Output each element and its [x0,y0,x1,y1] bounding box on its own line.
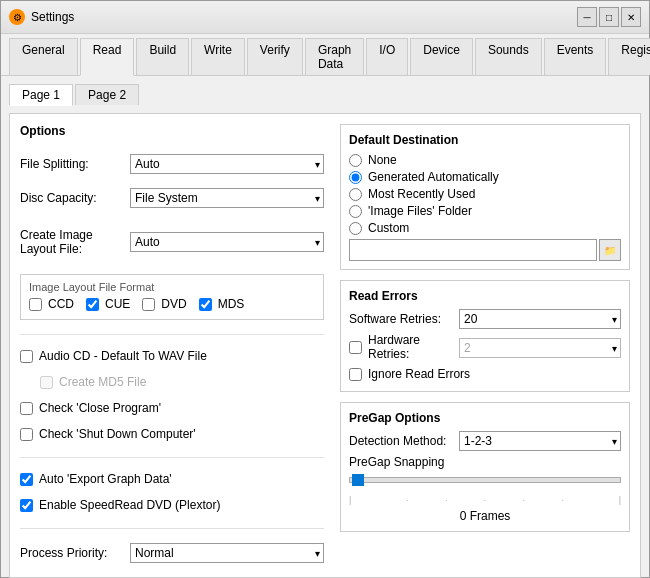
speedread-checkbox[interactable] [20,499,33,512]
tab-registry[interactable]: Registry [608,38,650,75]
tab-build[interactable]: Build [136,38,189,75]
ignore-errors-checkbox[interactable] [349,368,362,381]
hardware-retries-label[interactable]: Hardware Retries: [349,333,459,361]
file-splitting-row: File Splitting: Auto [20,154,324,174]
custom-path-row: 📁 [349,239,621,261]
divider-1 [20,334,324,335]
minimize-button[interactable]: ─ [577,7,597,27]
tab-device[interactable]: Device [410,38,473,75]
custom-path-input[interactable] [349,239,597,261]
hardware-retries-checkbox[interactable] [349,341,362,354]
format-cue-label[interactable]: CUE [86,297,130,311]
format-dvd-label[interactable]: DVD [142,297,186,311]
export-graph-checkbox[interactable] [20,473,33,486]
format-cue-text: CUE [105,297,130,311]
close-program-text: Check 'Close Program' [39,401,161,415]
software-retries-select[interactable]: 20 [459,309,621,329]
audio-cd-label[interactable]: Audio CD - Default To WAV File [20,349,324,363]
dest-image-folder-row[interactable]: 'Image Files' Folder [349,204,621,218]
create-md5-checkbox[interactable] [40,376,53,389]
file-splitting-label: File Splitting: [20,157,130,171]
main-tabs: General Read Build Write Verify Graph Da… [1,34,649,76]
format-ccd-text: CCD [48,297,74,311]
software-retries-select-wrapper: 20 [459,309,621,329]
disc-capacity-label: Disc Capacity: [20,191,130,205]
format-mds-checkbox[interactable] [199,298,212,311]
speedread-label[interactable]: Enable SpeedRead DVD (Plextor) [20,498,324,512]
pregap-snapping-label: PreGap Snapping [349,455,621,469]
page-tabs: Page 1 Page 2 [9,84,641,105]
software-retries-label: Software Retries: [349,312,459,326]
tab-general[interactable]: General [9,38,78,75]
file-splitting-select-wrapper: Auto [130,154,324,174]
tab-verify[interactable]: Verify [247,38,303,75]
slider-thumb[interactable] [352,474,364,486]
dest-none-text: None [368,153,397,167]
destination-title: Default Destination [349,133,621,147]
options-label: Options [20,124,324,138]
window-title: Settings [31,10,74,24]
export-graph-label[interactable]: Auto 'Export Graph Data' [20,472,324,486]
dest-custom-text: Custom [368,221,409,235]
dest-recently-row[interactable]: Most Recently Used [349,187,621,201]
tab-write[interactable]: Write [191,38,245,75]
tab-events[interactable]: Events [544,38,607,75]
format-mds-label[interactable]: MDS [199,297,245,311]
disc-capacity-select-wrapper: File System [130,188,324,208]
image-layout-title: Image Layout File Format [29,281,315,293]
export-graph-text: Auto 'Export Graph Data' [39,472,172,486]
format-cue-checkbox[interactable] [86,298,99,311]
hardware-retries-select-wrapper: 2 [459,338,621,358]
slider-track [349,477,621,483]
format-mds-text: MDS [218,297,245,311]
read-errors-section: Read Errors Software Retries: 20 Hardwar… [340,280,630,392]
dest-none-radio[interactable] [349,154,362,167]
create-md5-label[interactable]: Create MD5 File [20,375,324,389]
dest-image-folder-radio[interactable] [349,205,362,218]
file-splitting-select[interactable]: Auto [130,154,324,174]
detection-method-label: Detection Method: [349,434,459,448]
close-program-label[interactable]: Check 'Close Program' [20,401,324,415]
ignore-errors-label[interactable]: Ignore Read Errors [349,367,621,381]
ignore-errors-text: Ignore Read Errors [368,367,470,381]
dest-custom-row[interactable]: Custom [349,221,621,235]
disc-capacity-select[interactable]: File System [130,188,324,208]
page-tab-1[interactable]: Page 1 [9,84,73,106]
tab-io[interactable]: I/O [366,38,408,75]
page-tab-2[interactable]: Page 2 [75,84,139,105]
divider-2 [20,457,324,458]
dest-recently-radio[interactable] [349,188,362,201]
dest-generated-radio[interactable] [349,171,362,184]
format-ccd-checkbox[interactable] [29,298,42,311]
tab-sounds[interactable]: Sounds [475,38,542,75]
audio-cd-text: Audio CD - Default To WAV File [39,349,207,363]
browse-folder-button[interactable]: 📁 [599,239,621,261]
create-image-select-wrapper: Auto [130,232,324,252]
dest-generated-row[interactable]: Generated Automatically [349,170,621,184]
process-priority-select-wrapper: Normal [130,543,324,563]
dest-generated-text: Generated Automatically [368,170,499,184]
process-priority-select[interactable]: Normal [130,543,324,563]
tab-read[interactable]: Read [80,38,135,76]
detection-method-select[interactable]: 1-2-3 [459,431,621,451]
dest-none-row[interactable]: None [349,153,621,167]
create-image-select[interactable]: Auto [130,232,324,252]
title-buttons: ─ □ ✕ [577,7,641,27]
hardware-retries-select[interactable]: 2 [459,338,621,358]
maximize-button[interactable]: □ [599,7,619,27]
disc-capacity-row: Disc Capacity: File System [20,188,324,208]
close-button[interactable]: ✕ [621,7,641,27]
pregap-section: PreGap Options Detection Method: 1-2-3 P… [340,402,630,532]
dest-custom-radio[interactable] [349,222,362,235]
software-retries-row: Software Retries: 20 [349,309,621,329]
shutdown-label[interactable]: Check 'Shut Down Computer' [20,427,324,441]
divider-3 [20,528,324,529]
format-dvd-checkbox[interactable] [142,298,155,311]
close-program-checkbox[interactable] [20,402,33,415]
format-ccd-label[interactable]: CCD [29,297,74,311]
audio-cd-checkbox[interactable] [20,350,33,363]
shutdown-checkbox[interactable] [20,428,33,441]
detection-method-row: Detection Method: 1-2-3 [349,431,621,451]
tab-graph-data[interactable]: Graph Data [305,38,364,75]
read-errors-title: Read Errors [349,289,621,303]
